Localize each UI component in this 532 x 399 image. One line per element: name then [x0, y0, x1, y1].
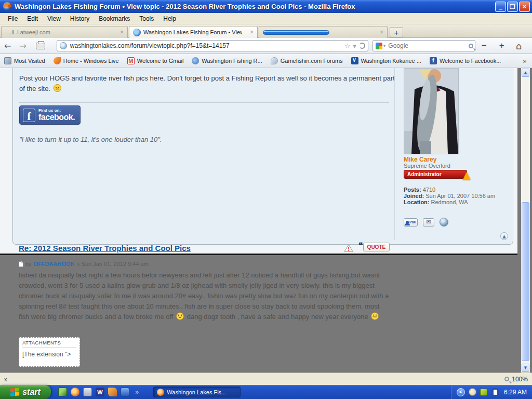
private-message-button[interactable]: PM: [404, 218, 418, 227]
taskbar-window-button[interactable]: Washingon Lakes Fis...: [153, 387, 241, 397]
windows-live-icon: [54, 57, 61, 64]
clock[interactable]: 6:29 AM: [504, 389, 527, 396]
zoom-level[interactable]: 100%: [512, 376, 528, 383]
print-icon[interactable]: [36, 43, 45, 49]
location-label: Location:: [404, 199, 430, 205]
menu-tools[interactable]: Tools: [135, 14, 158, 24]
scroll-down-icon[interactable]: ▼: [522, 364, 529, 372]
url-bar[interactable]: ☆ ▾: [57, 40, 368, 51]
start-button[interactable]: start: [0, 385, 51, 399]
restore-button[interactable]: ❐: [507, 2, 518, 12]
menu-help[interactable]: Help: [158, 14, 181, 24]
new-tab-button[interactable]: +: [390, 27, 403, 37]
attachments-divider: [22, 348, 76, 348]
home-button[interactable]: ⌂: [511, 41, 527, 51]
bookmarks-overflow-icon[interactable]: »: [523, 57, 532, 65]
first-post-text: Post your HOGS and favorite river fish p…: [19, 74, 395, 92]
url-input[interactable]: [70, 42, 344, 49]
bookmark-gmail[interactable]: Welcome to Gmail: [127, 57, 184, 64]
messenger-tray-icon[interactable]: [469, 388, 476, 396]
quick-launch-bar: W »: [58, 388, 139, 396]
menu-history[interactable]: History: [65, 14, 94, 24]
close-button[interactable]: ×: [519, 2, 530, 12]
gmail-icon: [127, 57, 135, 64]
post-page-icon: [19, 261, 23, 267]
bookmark-label: Home - Windows Live: [63, 58, 119, 64]
tab-close-icon[interactable]: ×: [247, 29, 254, 36]
show-desktop-icon[interactable]: [58, 388, 67, 396]
globe-icon: [60, 42, 67, 49]
person-icon: [406, 221, 409, 224]
zoom-out-button[interactable]: −: [475, 41, 493, 51]
graphics-tray-icon[interactable]: [480, 389, 487, 396]
scrollbar-thumb[interactable]: [522, 202, 529, 361]
word-icon[interactable]: W: [96, 388, 104, 396]
menu-bookmarks[interactable]: Bookmarks: [94, 14, 135, 24]
tab-loading[interactable]: ×: [259, 26, 388, 38]
utility-icon[interactable]: [108, 388, 117, 396]
most-visited-icon: [4, 57, 11, 64]
tab-email[interactable]: . ..il .l atweejl com ×: [1, 26, 128, 38]
author-link[interactable]: OFFDAAHOOK: [34, 261, 75, 267]
search-engine-dropdown-icon[interactable]: ▾: [383, 43, 386, 48]
search-input[interactable]: [388, 42, 469, 49]
url-dropdown-icon[interactable]: ▾: [353, 42, 356, 50]
search-magnifier-icon[interactable]: [469, 44, 473, 48]
signature-quote: "I like to turn it up to 11, it's one lo…: [19, 136, 162, 143]
firefox-quicklaunch-icon[interactable]: [71, 388, 79, 396]
first-post-box: Post your HOGS and favorite river fish p…: [12, 68, 513, 245]
search-box[interactable]: ▾: [373, 40, 475, 51]
firefox-app-icon: [3, 2, 12, 11]
bookmark-label: Gamefishin.com Forums: [281, 58, 343, 64]
tab-forum-active[interactable]: Washingon Lakes Fishing Forum • View to.…: [129, 26, 258, 38]
windows-logo-icon: [10, 388, 19, 396]
bookmark-most-visited[interactable]: Most Visited: [4, 57, 45, 64]
administrator-badge-label: Administrator: [407, 171, 442, 177]
posts-label: Posts:: [404, 187, 421, 193]
zoom-in-button[interactable]: +: [493, 41, 511, 51]
vertical-scrollbar[interactable]: ▲ ▼: [521, 68, 530, 373]
tab-email-label: . ..il .l atweejl com: [5, 29, 50, 35]
quote-button[interactable]: QUOTE: [363, 243, 390, 251]
website-globe-button[interactable]: [440, 218, 448, 227]
second-post-text-2: dang dogz tooth , have a safe and happy …: [187, 313, 368, 321]
menu-edit[interactable]: Edit: [22, 14, 43, 24]
calculator-icon[interactable]: [83, 388, 92, 396]
bookmark-star-icon[interactable]: ☆: [344, 42, 351, 50]
menu-file[interactable]: File: [3, 14, 22, 24]
mail-app-icon[interactable]: [121, 388, 129, 396]
user-avatar[interactable]: [404, 68, 459, 154]
report-post-icon[interactable]: !: [344, 244, 353, 252]
document-tray-icon[interactable]: [491, 388, 499, 396]
badge-star-icon: ▲: [463, 169, 471, 181]
tab-close-icon[interactable]: ×: [377, 29, 383, 36]
menu-view[interactable]: View: [43, 14, 65, 24]
minimize-button[interactable]: _: [495, 2, 506, 12]
bookmark-wa-fishing[interactable]: Washington Fishing R...: [192, 57, 262, 64]
bookmark-facebook[interactable]: Welcome to Facebook...: [430, 57, 501, 64]
wa-fishing-icon: [192, 57, 199, 64]
bookmark-label: Most Visited: [14, 58, 45, 64]
bookmark-kokanee[interactable]: Washington Kokanee ...: [351, 57, 421, 64]
forward-button[interactable]: →: [15, 41, 30, 51]
page-content: Post your HOGS and favorite river fish p…: [0, 68, 521, 373]
facebook-badge[interactable]: f Find us on: facebook.: [19, 105, 81, 125]
quicklaunch-overflow-icon[interactable]: »: [135, 389, 139, 396]
zoom-level-icon: [504, 377, 509, 381]
reload-icon[interactable]: [359, 43, 365, 49]
bookmark-windows-live[interactable]: Home - Windows Live: [54, 57, 119, 64]
second-post-meta: by OFFDAAHOOK » Sun Jan 01, 2012 9:44 am: [19, 261, 149, 267]
scroll-up-icon[interactable]: ▲: [522, 69, 529, 77]
findbar-close-icon[interactable]: x: [4, 376, 7, 382]
email-button[interactable]: ✉: [423, 218, 434, 227]
bookmark-gamefishin[interactable]: Gamefishin.com Forums: [271, 57, 343, 64]
tray-collapse-icon[interactable]: <: [457, 388, 465, 396]
smiley-grin-icon: [54, 84, 61, 95]
svg-text:!: !: [348, 246, 349, 252]
second-post-title-link[interactable]: Re: 2012 Season River Trophies and Cool …: [19, 244, 191, 252]
top-of-page-button[interactable]: ▲: [500, 232, 508, 240]
back-button[interactable]: ←: [0, 41, 15, 51]
tab-strip: . ..il .l atweejl com × Washingon Lakes …: [0, 24, 532, 38]
user-name-link[interactable]: Mike Carey: [404, 156, 436, 163]
tab-close-icon[interactable]: ×: [117, 29, 124, 36]
